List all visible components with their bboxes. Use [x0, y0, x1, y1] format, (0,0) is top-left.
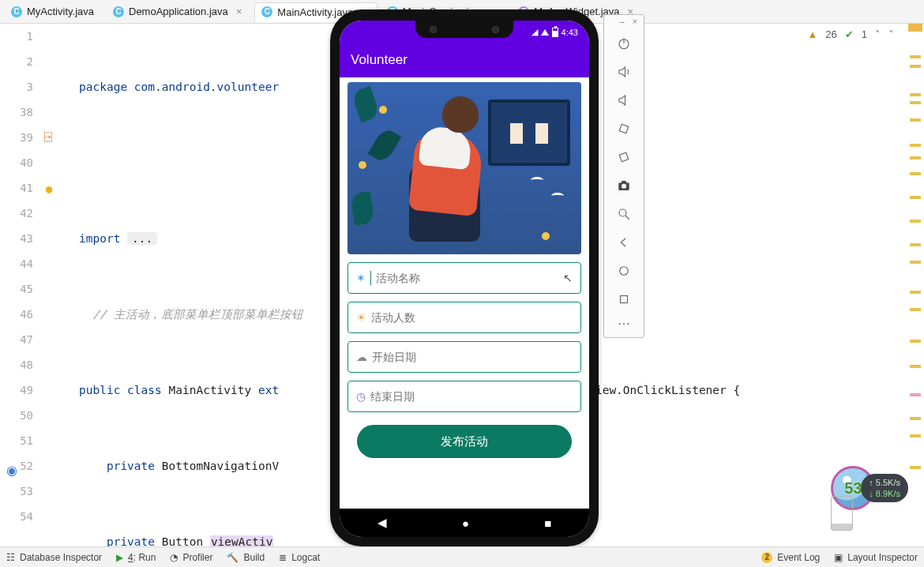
start-date-input[interactable] [372, 351, 573, 363]
home-icon[interactable]: ● [462, 516, 469, 530]
layout-icon: ▣ [834, 552, 843, 563]
play-icon: ▶ [116, 552, 123, 563]
rotate-left-button[interactable] [604, 115, 644, 143]
svg-point-5 [622, 184, 626, 189]
database-icon: ☷ [6, 552, 15, 563]
zoom-button[interactable] [604, 200, 644, 228]
net-stats: ↑ 5.5K/s ↓ 8.9K/s [861, 474, 908, 502]
publish-button[interactable]: 发布活动 [357, 425, 572, 458]
activity-name-field[interactable]: ✶ ↖ [347, 262, 581, 294]
svg-point-7 [619, 209, 626, 216]
java-class-icon: C [113, 6, 124, 17]
network-icon: ◢ [531, 27, 538, 37]
calendar-icon: ☁ [356, 351, 367, 363]
end-date-input[interactable] [370, 390, 573, 403]
star-icon: ✶ [356, 272, 366, 284]
screenshot-button[interactable] [604, 171, 644, 200]
overview-icon[interactable]: ■ [544, 516, 551, 530]
logcat-icon: ≣ [279, 552, 287, 563]
tab-label: DemoApplication.java [129, 6, 228, 17]
database-inspector-button[interactable]: ☷ Database Inspector [6, 552, 102, 563]
close-icon[interactable]: × [236, 6, 242, 17]
gutter-icons: ⍈ ● ◉ [44, 24, 76, 546]
activity-count-input[interactable] [371, 311, 573, 324]
power-button[interactable] [604, 29, 644, 58]
svg-rect-6 [622, 181, 626, 183]
home-button[interactable] [604, 257, 644, 285]
code-line: package com.android.volunteer [79, 81, 279, 93]
svg-rect-10 [621, 296, 628, 303]
profiler-button[interactable]: ◔ Profiler [170, 552, 212, 563]
hammer-icon: 🔨 [227, 552, 239, 563]
java-class-icon: C [261, 6, 272, 17]
app-title-bar: Volunteer [340, 44, 589, 77]
profiler-icon: ◔ [170, 552, 178, 563]
volume-up-button[interactable] [604, 58, 644, 86]
overview-button[interactable] [604, 285, 644, 314]
device-notch [415, 21, 513, 38]
java-class-icon: C [11, 6, 22, 17]
header-illustration [347, 82, 581, 254]
import-fold[interactable]: ... [127, 232, 157, 245]
error-stripe[interactable] [907, 24, 924, 546]
android-nav-bar: ◀ ● ■ [340, 509, 589, 537]
ide-status-bar: ☷ Database Inspector ▶ 4: 4: RunRun ◔ Pr… [0, 546, 924, 567]
status-time: 4:43 [562, 28, 578, 37]
run-panel-button[interactable]: ▶ 4: 4: RunRun [116, 552, 156, 563]
device-outline-icon[interactable] [831, 496, 853, 531]
build-button[interactable]: 🔨 Build [227, 552, 265, 563]
emulator-device-frame: ◢ 4:43 Volunteer [330, 9, 599, 546]
close-button[interactable]: × [633, 17, 637, 28]
svg-rect-3 [619, 152, 629, 162]
layout-inspector-button[interactable]: ▣ Layout Inspector [834, 552, 918, 563]
more-button[interactable]: ⋯ [604, 314, 644, 332]
tab-myactivity[interactable]: C MyActivity.java [5, 2, 103, 21]
back-icon[interactable]: ◀ [377, 516, 387, 530]
event-count-badge: 2 [761, 552, 772, 563]
back-button[interactable] [604, 228, 644, 257]
text-cursor [370, 271, 371, 285]
android-status-bar: ◢ 4:43 [340, 21, 589, 44]
svg-point-9 [620, 267, 629, 276]
activity-name-input[interactable] [376, 272, 558, 284]
emulator-screen[interactable]: ◢ 4:43 Volunteer [340, 21, 589, 537]
logcat-button[interactable]: ≣ Logcat [279, 552, 320, 563]
minimize-button[interactable]: – [619, 17, 624, 28]
rotate-right-button[interactable] [604, 143, 644, 171]
override-icon[interactable]: ⍈ [44, 130, 60, 145]
signal-icon [541, 29, 549, 36]
emulator-toolbar: – × ⋯ [603, 14, 644, 338]
volume-down-button[interactable] [604, 86, 644, 115]
start-date-field[interactable]: ☁ [347, 341, 581, 373]
camera-dot-icon [492, 26, 499, 33]
tab-demoapplication[interactable]: C DemoApplication.java × [107, 2, 251, 21]
svg-line-8 [625, 216, 629, 220]
app-body: ✶ ↖ ☀ ☁ ◷ 发布活动 [340, 77, 589, 509]
camera-dot-icon [430, 26, 437, 33]
clock-icon: ◷ [356, 390, 366, 403]
battery-icon [552, 28, 558, 37]
tab-label: MyActivity.java [27, 6, 94, 17]
activity-count-field[interactable]: ☀ [347, 302, 581, 333]
app-title: Volunteer [351, 52, 408, 67]
people-icon: ☀ [356, 311, 366, 324]
mouse-cursor-icon: ↖ [563, 272, 573, 284]
lightbulb-icon[interactable]: ● [44, 180, 60, 196]
svg-rect-2 [619, 124, 629, 133]
event-log-button[interactable]: 2 Event Log [761, 552, 820, 563]
implement-method-icon[interactable]: ◉ [6, 463, 22, 479]
end-date-field[interactable]: ◷ [347, 381, 581, 412]
